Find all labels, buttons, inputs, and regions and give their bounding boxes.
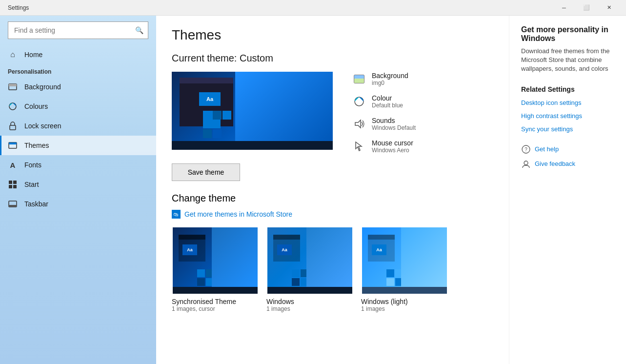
svg-rect-5 bbox=[9, 142, 17, 144]
sidebar-item-colours[interactable]: Colours bbox=[0, 97, 156, 116]
svg-rect-7 bbox=[13, 181, 17, 184]
svg-marker-18 bbox=[356, 142, 362, 151]
preview-desktop: Aa bbox=[172, 72, 333, 150]
store-icon: 🛍 bbox=[172, 210, 181, 219]
preview-blue-area bbox=[235, 72, 333, 141]
svg-rect-13 bbox=[354, 75, 364, 79]
give-feedback-link[interactable]: Give feedback bbox=[535, 160, 575, 167]
window-controls: ─ ⬜ ✕ bbox=[553, 0, 620, 16]
fonts-icon: A bbox=[8, 160, 18, 170]
help-section: ? Get help Give feedback bbox=[521, 144, 614, 169]
save-theme-button[interactable]: Save theme bbox=[172, 163, 240, 181]
svg-point-21 bbox=[524, 161, 528, 165]
preview-aa: Aa bbox=[199, 92, 221, 106]
svg-rect-9 bbox=[13, 185, 17, 188]
background-setting-icon bbox=[352, 72, 366, 86]
get-help-icon: ? bbox=[521, 144, 531, 154]
sidebar-section-label: Personalisation bbox=[0, 64, 156, 77]
mouse-cursor-setting-icon bbox=[352, 140, 366, 153]
home-icon: ⌂ bbox=[8, 50, 18, 60]
right-panel-desc: Download free themes from the Microsoft … bbox=[521, 47, 614, 74]
mouse-cursor-setting-row[interactable]: Mouse cursor Windows Aero bbox=[352, 139, 493, 154]
get-help-link[interactable]: Get help bbox=[535, 145, 559, 153]
svg-rect-14 bbox=[354, 79, 364, 83]
theme-card-windows-light-name: Windows (light) bbox=[361, 298, 448, 305]
sync-settings-link[interactable]: Sync your settings bbox=[521, 125, 614, 133]
svg-text:?: ? bbox=[525, 147, 527, 152]
sidebar-item-home-label: Home bbox=[24, 51, 42, 59]
svg-rect-3 bbox=[10, 125, 16, 130]
sidebar-item-taskbar-label: Taskbar bbox=[24, 200, 48, 208]
change-theme-title: Change theme bbox=[172, 193, 493, 204]
sidebar-item-background-label: Background bbox=[24, 83, 61, 91]
right-panel: Get more personality in Windows Download… bbox=[509, 16, 626, 364]
start-icon bbox=[8, 180, 18, 189]
sounds-setting-row[interactable]: Sounds Windows Default bbox=[352, 117, 493, 131]
sidebar-item-lock-screen-label: Lock screen bbox=[24, 122, 61, 130]
theme-preview-section: Aa bbox=[172, 72, 493, 154]
theme-preview-image: Aa bbox=[172, 72, 333, 150]
theme-settings: Background img0 Colour Default blue bbox=[352, 72, 493, 154]
theme-card-windows-name: Windows bbox=[266, 298, 353, 305]
theme-card-sync-desc: 1 images, cursor bbox=[172, 305, 259, 312]
related-settings-title: Related Settings bbox=[521, 85, 614, 93]
sidebar-item-lock-screen[interactable]: Lock screen bbox=[0, 116, 156, 136]
theme-thumb-windows-light: Aa bbox=[361, 226, 448, 295]
preview-window-titlebar bbox=[180, 78, 233, 83]
theme-card-sync[interactable]: Aa Synchronised Theme 1 images, cursor bbox=[172, 226, 259, 312]
theme-thumb-windows: Aa bbox=[266, 226, 353, 295]
svg-rect-11 bbox=[9, 205, 17, 207]
sidebar-item-home[interactable]: ⌂ Home bbox=[0, 45, 156, 64]
svg-point-16 bbox=[358, 100, 361, 103]
colour-setting-text: Colour Default blue bbox=[372, 94, 403, 109]
sounds-setting-icon bbox=[352, 117, 366, 131]
lock-screen-icon bbox=[8, 121, 18, 131]
svg-rect-6 bbox=[9, 181, 12, 184]
high-contrast-settings-link[interactable]: High contrast settings bbox=[521, 112, 614, 120]
app-body: 🔍 ⌂ Home Personalisation Background Colo… bbox=[0, 16, 626, 364]
minimize-button[interactable]: ─ bbox=[553, 0, 575, 16]
search-input[interactable] bbox=[8, 21, 148, 39]
close-button[interactable]: ✕ bbox=[598, 0, 620, 16]
svg-rect-1 bbox=[9, 84, 17, 86]
sidebar-item-fonts[interactable]: A Fonts bbox=[0, 155, 156, 175]
theme-card-sync-name: Synchronised Theme bbox=[172, 298, 259, 305]
sidebar-item-fonts-label: Fonts bbox=[24, 161, 41, 169]
sounds-setting-text: Sounds Windows Default bbox=[372, 117, 416, 131]
svg-marker-17 bbox=[355, 120, 361, 128]
background-icon bbox=[8, 82, 18, 92]
theme-card-windows-desc: 1 images bbox=[266, 305, 353, 312]
background-setting-text: Background img0 bbox=[372, 72, 408, 86]
colours-icon bbox=[8, 101, 18, 111]
theme-card-windows-light[interactable]: Aa Windows (light) 1 images bbox=[361, 226, 448, 312]
give-feedback-icon bbox=[521, 159, 531, 169]
sidebar-item-taskbar[interactable]: Taskbar bbox=[0, 194, 156, 214]
preview-taskbar bbox=[172, 141, 333, 150]
theme-card-windows-light-desc: 1 images bbox=[361, 305, 448, 312]
themes-icon bbox=[8, 141, 18, 150]
sidebar-item-themes[interactable]: Themes bbox=[0, 136, 156, 155]
sidebar-item-background[interactable]: Background bbox=[0, 77, 156, 97]
main-content: Themes Current theme: Custom Aa bbox=[156, 16, 509, 364]
get-help-row[interactable]: ? Get help bbox=[521, 144, 614, 154]
current-theme-label: Current theme: Custom bbox=[172, 53, 493, 64]
desktop-icon-settings-link[interactable]: Desktop icon settings bbox=[521, 99, 614, 106]
sidebar-item-start[interactable]: Start bbox=[0, 175, 156, 194]
sidebar-item-themes-label: Themes bbox=[24, 142, 49, 149]
preview-tiles bbox=[203, 111, 231, 138]
theme-thumb-sync: Aa bbox=[172, 226, 259, 295]
ms-store-link[interactable]: 🛍 Get more themes in Microsoft Store bbox=[172, 210, 493, 219]
right-panel-title: Get more personality in Windows bbox=[521, 25, 614, 43]
give-feedback-row[interactable]: Give feedback bbox=[521, 159, 614, 169]
search-container: 🔍 bbox=[8, 21, 148, 39]
colour-setting-row[interactable]: Colour Default blue bbox=[352, 94, 493, 109]
svg-rect-8 bbox=[9, 185, 12, 188]
search-icon: 🔍 bbox=[135, 26, 143, 34]
app-title: Settings bbox=[8, 4, 29, 11]
themes-grid: Aa Synchronised Theme 1 images, cursor bbox=[172, 226, 493, 312]
background-setting-row[interactable]: Background img0 bbox=[352, 72, 493, 86]
theme-card-windows[interactable]: Aa Windows 1 images bbox=[266, 226, 353, 312]
restore-button[interactable]: ⬜ bbox=[575, 0, 598, 16]
page-title: Themes bbox=[172, 27, 493, 43]
sidebar-item-start-label: Start bbox=[24, 181, 39, 188]
